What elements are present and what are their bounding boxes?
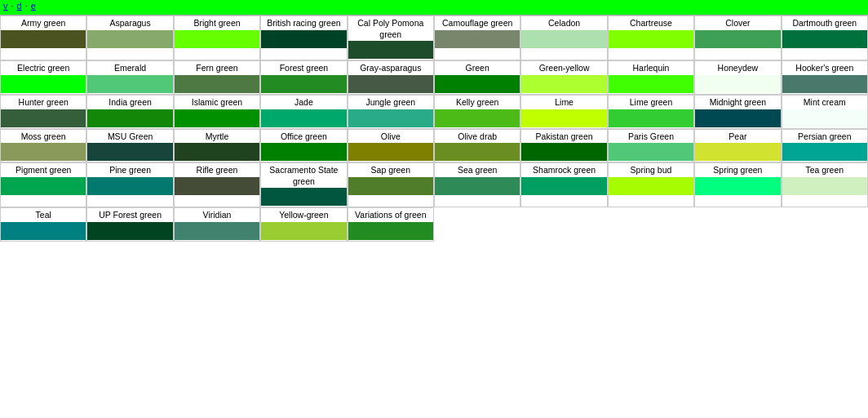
color-cell[interactable]: Tea green (782, 162, 868, 207)
color-name: Jungle green (348, 96, 433, 109)
color-cell[interactable]: Rifle green (174, 162, 260, 207)
color-cell[interactable]: Honeydew (694, 60, 781, 95)
color-cell[interactable]: Army green (0, 16, 86, 60)
color-cell[interactable]: Emerald (86, 60, 173, 95)
color-swatch (261, 143, 346, 161)
color-cell[interactable]: Spring bud (608, 162, 694, 207)
color-cell[interactable]: Green (434, 60, 520, 95)
color-cell[interactable]: Mint cream (782, 95, 868, 129)
color-cell[interactable]: Pine green (86, 162, 173, 207)
vde-d[interactable]: d (17, 1, 22, 11)
color-swatch (609, 30, 693, 48)
color-cell[interactable]: Shamrock green (520, 162, 607, 207)
color-swatch (435, 143, 520, 161)
color-cell[interactable]: Green-yellow (520, 60, 607, 95)
color-swatch (348, 109, 433, 127)
color-name: Electric green (1, 62, 86, 75)
color-swatch (521, 177, 606, 195)
color-name: Bright green (175, 17, 259, 30)
color-cell[interactable]: Cal Poly Pomona green (348, 16, 434, 60)
color-cell[interactable]: Persian green (782, 129, 868, 163)
color-name: Tea green (782, 164, 867, 177)
color-cell[interactable]: Harlequin (608, 60, 694, 95)
color-cell[interactable]: Sea green (434, 162, 520, 207)
color-cell[interactable]: Gray-asparagus (348, 60, 434, 95)
color-swatch (87, 222, 172, 240)
color-name: Myrtle (175, 131, 259, 144)
color-swatch (348, 143, 433, 161)
color-cell[interactable]: Clover (694, 16, 781, 60)
color-cell[interactable]: Celadon (520, 16, 607, 60)
color-cell[interactable]: Hunter green (0, 95, 86, 129)
color-cell[interactable]: Office green (260, 129, 347, 163)
color-cell[interactable]: Pakistan green (520, 129, 607, 163)
color-cell[interactable]: Lime (520, 95, 607, 129)
color-name: Viridian (175, 209, 259, 222)
color-name: Shamrock green (521, 164, 606, 177)
color-swatch (782, 177, 867, 195)
vde-bar: v · d · e (0, 0, 868, 11)
color-grid: Army greenAsparagusBright greenBritish r… (0, 15, 868, 242)
color-swatch (87, 75, 172, 93)
color-swatch (782, 143, 867, 161)
color-name: Olive drab (435, 131, 520, 144)
color-name: Pear (695, 131, 780, 144)
color-cell[interactable]: Sap green (348, 162, 434, 207)
color-cell[interactable]: Chartreuse (608, 16, 694, 60)
color-cell[interactable]: Olive drab (434, 129, 520, 163)
color-cell[interactable]: MSU Green (86, 129, 173, 163)
color-name: Pigment green (1, 164, 86, 177)
color-cell[interactable]: Camouflage green (434, 16, 520, 60)
color-cell[interactable]: Electric green (0, 60, 86, 95)
color-cell[interactable]: Olive (348, 129, 434, 163)
color-cell[interactable]: Yellow-green (260, 207, 347, 242)
color-cell[interactable]: Bright green (174, 16, 260, 60)
color-swatch (695, 109, 780, 127)
color-name: Spring green (695, 164, 780, 177)
color-cell[interactable]: Jungle green (348, 95, 434, 129)
color-cell[interactable]: Kelly green (434, 95, 520, 129)
color-cell[interactable]: Pigment green (0, 162, 86, 207)
color-cell[interactable]: Dartmouth green (782, 16, 868, 60)
color-name: Pakistan green (521, 131, 606, 144)
vde-e[interactable]: e (31, 1, 36, 11)
vde-v[interactable]: v (3, 1, 8, 11)
color-cell[interactable]: Paris Green (608, 129, 694, 163)
color-swatch (261, 30, 346, 48)
color-swatch (87, 30, 172, 48)
color-swatch (348, 222, 433, 240)
color-cell[interactable]: India green (86, 95, 173, 129)
color-name: Islamic green (175, 96, 259, 109)
color-name: Lime green (609, 96, 693, 109)
color-swatch (521, 109, 606, 127)
color-swatch (695, 143, 780, 161)
color-name: Rifle green (175, 164, 259, 177)
color-name: Yellow-green (261, 209, 346, 222)
color-swatch (782, 75, 867, 93)
color-cell[interactable]: Jade (260, 95, 347, 129)
color-cell[interactable]: Hooker's green (782, 60, 868, 95)
color-cell[interactable]: Pear (694, 129, 781, 163)
color-name: Olive (348, 131, 433, 144)
color-name: Moss green (1, 131, 86, 144)
color-cell[interactable]: Asparagus (86, 16, 173, 60)
color-cell[interactable]: Moss green (0, 129, 86, 163)
color-cell[interactable]: British racing green (260, 16, 347, 60)
color-cell[interactable]: Fern green (174, 60, 260, 95)
color-cell[interactable]: Variations of green (348, 207, 434, 242)
color-cell[interactable]: Islamic green (174, 95, 260, 129)
color-cell[interactable]: Forest green (260, 60, 347, 95)
color-swatch (261, 222, 346, 240)
color-cell[interactable]: Viridian (174, 207, 260, 242)
color-cell[interactable]: Spring green (694, 162, 781, 207)
page-header (0, 11, 868, 15)
color-cell[interactable]: Sacramento State green (260, 162, 347, 207)
color-cell[interactable]: Lime green (608, 95, 694, 129)
color-cell[interactable]: Midnight green (694, 95, 781, 129)
color-cell[interactable]: UP Forest green (86, 207, 173, 242)
color-name: Pine green (87, 164, 172, 177)
color-swatch (609, 177, 693, 195)
color-cell[interactable]: Myrtle (174, 129, 260, 163)
color-cell[interactable]: Teal (0, 207, 86, 242)
color-name: Jade (261, 96, 346, 109)
